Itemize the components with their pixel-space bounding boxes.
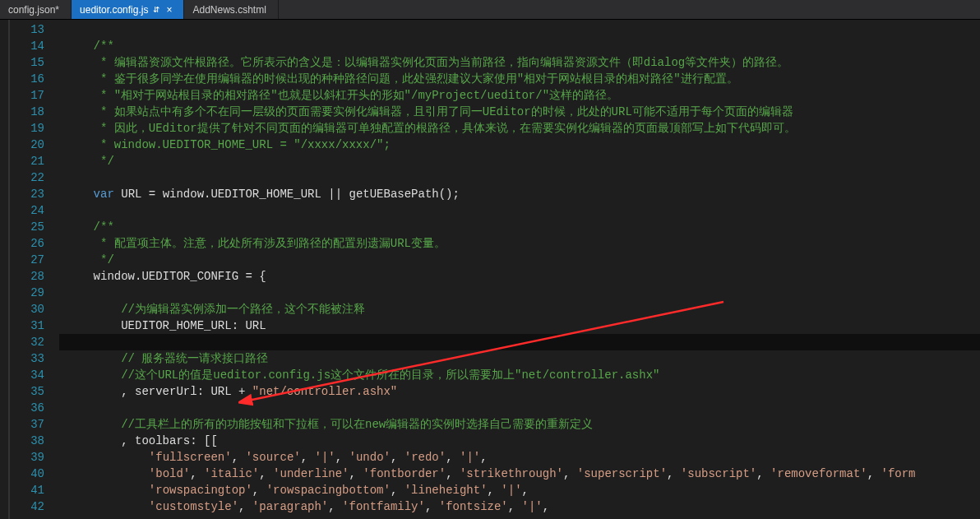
token-comment: * 配置项主体。注意，此处所有涉及到路径的配置别遗漏URL变量。 [66, 237, 446, 250]
tab-label: config.json* [8, 4, 59, 16]
code-line[interactable]: /** [59, 219, 980, 235]
token-plain: , [563, 467, 577, 480]
tab-0[interactable]: config.json* [0, 0, 72, 19]
line-number: 31 [0, 317, 44, 334]
line-number: 21 [0, 153, 44, 169]
token-str: 'underline' [273, 467, 349, 480]
close-icon[interactable]: × [166, 4, 172, 16]
code-line[interactable]: * 因此，UEditor提供了针对不同页面的编辑器可单独配置的根路径，具体来说，… [59, 120, 980, 137]
token-comment: */ [66, 253, 114, 266]
line-number: 26 [0, 235, 44, 252]
token-str: 'fontfamily' [342, 500, 425, 513]
line-number: 36 [0, 400, 44, 416]
token-str: '|' [315, 451, 335, 464]
pin-icon[interactable]: ⇵ [153, 5, 159, 14]
token-plain: UEDITOR_HOME_URL: URL [66, 319, 266, 332]
token-str: 'source' [245, 451, 300, 464]
token-plain [66, 368, 121, 382]
token-plain: , [480, 451, 487, 464]
code-line[interactable] [59, 169, 980, 186]
code-line[interactable]: 'bold', 'italic', 'underline', 'fontbord… [59, 466, 980, 482]
token-plain: , [667, 467, 681, 480]
code-line[interactable]: , serverUrl: URL + "net/controller.ashx" [59, 383, 980, 400]
token-comment: * 因此，UEditor提供了针对不同页面的编辑器可单独配置的根路径，具体来说，… [66, 122, 796, 135]
token-comment: * window.UEDITOR_HOME_URL = "/xxxx/xxxx/… [66, 138, 391, 151]
code-line[interactable]: window.UEDITOR_CONFIG = { [59, 268, 980, 285]
token-comment: // 服务器统一请求接口路径 [121, 352, 268, 365]
code-line[interactable]: // 服务器统一请求接口路径 [59, 350, 980, 367]
token-plain: URL = window.UEDITOR_HOME_URL || getUEBa… [114, 188, 460, 201]
code-line[interactable] [59, 334, 980, 350]
line-number: 19 [0, 120, 44, 137]
line-number: 30 [0, 301, 44, 317]
token-str: 'undo' [349, 451, 391, 464]
editor[interactable]: 1314151617181920212223242526272829303132… [0, 20, 980, 519]
code-line[interactable]: * 编辑器资源文件根路径。它所表示的含义是：以编辑器实例化页面为当前路径，指向编… [59, 54, 980, 71]
token-plain: , serverUrl: URL + [66, 385, 252, 398]
code-line[interactable]: * 如果站点中有多个不在同一层级的页面需要实例化编辑器，且引用了同一UEdito… [59, 104, 980, 120]
line-number: 14 [0, 38, 44, 54]
code-line[interactable]: * "相对于网站根目录的相对路径"也就是以斜杠开头的形如"/myProject/… [59, 87, 980, 104]
token-comment: */ [66, 155, 114, 168]
line-number: 33 [0, 350, 44, 367]
line-number: 37 [0, 416, 44, 433]
code-line[interactable]: //为编辑器实例添加一个路径，这个不能被注释 [59, 301, 980, 317]
code-line[interactable]: 'fullscreen', 'source', '|', 'undo', 're… [59, 449, 980, 466]
token-plain [66, 500, 149, 513]
tab-label: AddNews.cshtml [192, 4, 266, 16]
code-line[interactable]: var URL = window.UEDITOR_HOME_URL || get… [59, 186, 980, 202]
token-comment: /** [94, 220, 114, 234]
code-line[interactable] [59, 202, 980, 219]
token-str: 'superscript' [577, 467, 667, 480]
token-comment: /** [94, 39, 114, 53]
token-str: 'subscript' [681, 467, 756, 480]
token-str: 'rowspacingbottom' [266, 484, 391, 497]
code-line[interactable] [59, 400, 980, 416]
token-str: 'customstyle' [149, 500, 238, 513]
token-plain: , [425, 500, 439, 513]
tab-1[interactable]: ueditor.config.js⇵× [72, 0, 184, 19]
line-number: 25 [0, 219, 44, 235]
line-number: 38 [0, 433, 44, 449]
code-line[interactable]: */ [59, 252, 980, 268]
token-comment: * 鉴于很多同学在使用编辑器的时候出现的种种路径问题，此处强烈建议大家使用"相对… [66, 72, 738, 86]
token-comment: //为编辑器实例添加一个路径，这个不能被注释 [121, 303, 365, 316]
code-line[interactable]: , toolbars: [[ [59, 433, 980, 449]
token-plain [66, 303, 121, 316]
code-line[interactable]: * 配置项主体。注意，此处所有涉及到路径的配置别遗漏URL变量。 [59, 235, 980, 252]
token-str: '|' [501, 484, 521, 497]
line-gutter: 1314151617181920212223242526272829303132… [0, 20, 59, 519]
token-str: 'lineheight' [404, 484, 488, 497]
code-line[interactable]: * 鉴于很多同学在使用编辑器的时候出现的种种路径问题，此处强烈建议大家使用"相对… [59, 71, 980, 87]
code-line[interactable]: //工具栏上的所有的功能按钮和下拉框，可以在new编辑器的实例时选择自己需要的重… [59, 416, 980, 433]
token-plain: , [391, 451, 404, 464]
code-line[interactable] [59, 21, 980, 38]
tab-2[interactable]: AddNews.cshtml [184, 0, 278, 19]
code-line[interactable]: 'customstyle', 'paragraph', 'fontfamily'… [59, 498, 980, 515]
token-plain: , [252, 484, 266, 497]
code-line[interactable]: UEDITOR_HOME_URL: URL [59, 317, 980, 334]
token-plain: , [488, 484, 502, 497]
token-str: 'strikethrough' [460, 467, 563, 480]
token-plain: , [508, 500, 522, 513]
token-str: 'italic' [204, 467, 259, 480]
code-line[interactable] [59, 285, 980, 301]
token-comment: * "相对于网站根目录的相对路径"也就是以斜杠开头的形如"/myProject/… [66, 89, 618, 102]
line-number: 40 [0, 466, 44, 482]
line-number: 17 [0, 87, 44, 104]
code-area[interactable]: /** * 编辑器资源文件根路径。它所表示的含义是：以编辑器实例化页面为当前路径… [59, 20, 980, 519]
token-plain [66, 39, 94, 53]
line-number: 15 [0, 54, 44, 71]
token-plain: , [522, 484, 529, 497]
code-line[interactable]: 'rowspacingtop', 'rowspacingbottom', 'li… [59, 482, 980, 498]
code-line[interactable]: //这个URL的值是ueditor.config.js这个文件所在的目录，所以需… [59, 367, 980, 383]
token-kw: var [94, 188, 114, 201]
code-line[interactable]: * window.UEDITOR_HOME_URL = "/xxxx/xxxx/… [59, 137, 980, 153]
line-number: 27 [0, 252, 44, 268]
token-plain: , [301, 451, 315, 464]
token-str: 'fullscreen' [149, 451, 232, 464]
token-str: '|' [460, 451, 480, 464]
code-line[interactable]: */ [59, 153, 980, 169]
code-line[interactable]: /** [59, 38, 980, 54]
line-number: 20 [0, 137, 44, 153]
